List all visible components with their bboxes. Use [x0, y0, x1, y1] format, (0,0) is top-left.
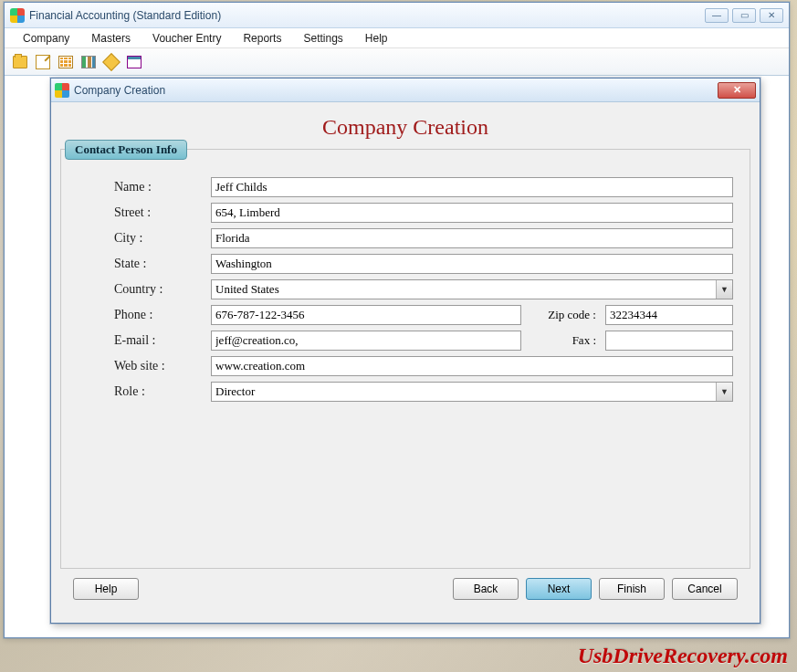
label-state: State :	[78, 257, 205, 271]
label-website: Web site :	[78, 359, 205, 373]
chevron-down-icon: ▼	[716, 280, 732, 299]
main-window-title: Financial Accounting (Standard Edition)	[29, 9, 705, 22]
role-value: Director	[215, 384, 255, 399]
minimize-button[interactable]: —	[705, 8, 729, 23]
menubar: Company Masters Voucher Entry Reports Se…	[5, 28, 789, 48]
tab-contact-person-info[interactable]: Contact Person Info	[65, 140, 187, 160]
toolbar-edit-icon[interactable]	[33, 52, 53, 72]
form-grid: Name : Street : City : State : Country :…	[78, 177, 733, 402]
country-select[interactable]: United States ▼	[211, 279, 733, 299]
back-button[interactable]: Back	[453, 578, 519, 600]
window-controls: — ▭ ✕	[705, 8, 783, 23]
close-button[interactable]: ✕	[760, 8, 783, 23]
menu-settings[interactable]: Settings	[292, 30, 353, 47]
button-spacer	[146, 578, 446, 600]
country-value: United States	[215, 282, 279, 297]
state-field[interactable]	[211, 254, 733, 274]
maximize-button[interactable]: ▭	[732, 8, 756, 23]
menu-voucher-entry[interactable]: Voucher Entry	[142, 30, 232, 47]
dialog-button-row: Help Back Next Finish Cancel	[60, 569, 750, 600]
finish-button[interactable]: Finish	[599, 578, 665, 600]
website-field[interactable]	[211, 356, 733, 376]
dialog-close-button[interactable]: ✕	[718, 82, 756, 99]
menu-help[interactable]: Help	[354, 30, 399, 47]
label-zip: Zip code :	[527, 308, 600, 322]
workspace: Company Creation ✕ Company Creation Cont…	[6, 78, 787, 635]
dialog-title: Company Creation	[74, 84, 718, 97]
company-creation-dialog: Company Creation ✕ Company Creation Cont…	[50, 78, 760, 624]
label-name: Name :	[78, 180, 205, 194]
label-country: Country :	[78, 282, 205, 297]
phone-field[interactable]	[211, 305, 521, 325]
toolbar-new-icon[interactable]	[10, 52, 30, 72]
dialog-icon	[55, 83, 69, 98]
fax-field[interactable]	[605, 331, 733, 351]
watermark-text: UsbDriveRecovery.com	[578, 644, 788, 668]
label-fax: Fax :	[527, 333, 600, 348]
toolbar-tag-icon[interactable]	[101, 52, 121, 72]
email-field[interactable]	[211, 331, 521, 351]
chevron-down-icon: ▼	[716, 383, 732, 401]
role-select[interactable]: Director ▼	[211, 382, 733, 402]
label-role: Role :	[78, 384, 205, 399]
toolbar-calendar-icon[interactable]	[56, 52, 76, 72]
street-field[interactable]	[211, 203, 733, 223]
main-titlebar: Financial Accounting (Standard Edition) …	[5, 3, 789, 28]
dialog-body: Company Creation Contact Person Info Nam…	[51, 102, 760, 609]
menu-reports[interactable]: Reports	[232, 30, 292, 47]
label-city: City :	[78, 231, 205, 246]
app-icon	[10, 8, 25, 23]
help-button[interactable]: Help	[73, 578, 139, 600]
toolbar-window-icon[interactable]	[124, 52, 144, 72]
main-application-window: Financial Accounting (Standard Edition) …	[4, 2, 790, 638]
toolbar	[5, 48, 789, 76]
menu-company[interactable]: Company	[12, 30, 80, 47]
label-email: E-mail :	[78, 333, 205, 348]
menu-masters[interactable]: Masters	[80, 30, 142, 47]
contact-person-fieldset: Contact Person Info Name : Street : City…	[60, 149, 750, 569]
dialog-titlebar: Company Creation ✕	[51, 79, 760, 102]
toolbar-report-icon[interactable]	[79, 52, 99, 72]
city-field[interactable]	[211, 228, 733, 248]
label-street: Street :	[78, 205, 205, 220]
label-phone: Phone :	[78, 308, 205, 322]
cancel-button[interactable]: Cancel	[672, 578, 738, 600]
zip-field[interactable]	[605, 305, 733, 325]
name-field[interactable]	[211, 177, 733, 197]
next-button[interactable]: Next	[526, 578, 592, 600]
